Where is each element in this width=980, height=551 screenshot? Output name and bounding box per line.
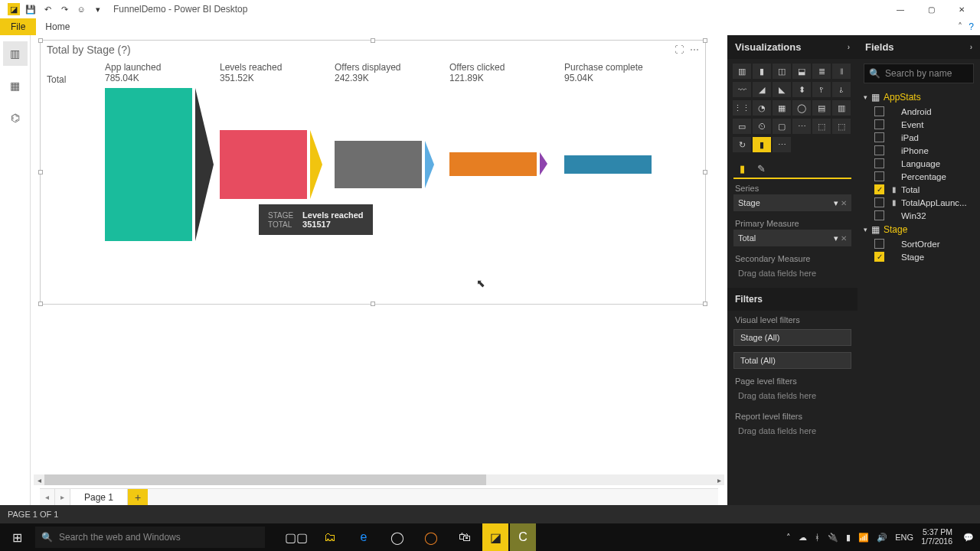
filter-card-stage[interactable]: Stage (All) <box>733 329 851 346</box>
store-icon[interactable]: 🛍 <box>449 523 481 551</box>
field-checkbox[interactable] <box>874 171 884 181</box>
field-sortorder[interactable]: SortOrder <box>861 237 977 250</box>
remove-field-icon[interactable]: ✕ <box>841 234 847 243</box>
network-icon[interactable]: ▮ <box>846 533 851 543</box>
battery-icon[interactable]: 🔌 <box>828 533 838 543</box>
camtasia-icon[interactable]: C <box>510 523 536 551</box>
viz-type-icon[interactable]: 〰 <box>733 82 751 97</box>
field-android[interactable]: Android <box>861 105 977 118</box>
undo-icon[interactable]: ↶ <box>41 3 54 15</box>
home-tab[interactable]: Home <box>36 18 79 35</box>
viz-type-icon[interactable]: ◫ <box>773 64 791 79</box>
field-checkbox[interactable] <box>874 239 884 249</box>
viz-type-icon[interactable]: ⬚ <box>832 119 851 134</box>
viz-type-icon[interactable]: ⬍ <box>792 82 811 97</box>
scroll-left-icon[interactable]: ◂ <box>34 474 44 485</box>
funnel-bar[interactable] <box>449 152 537 176</box>
chevron-right-icon[interactable]: › <box>848 43 850 51</box>
viz-type-icon[interactable]: ⬓ <box>792 64 811 79</box>
format-tab-icon[interactable]: ✎ <box>751 160 772 178</box>
funnel-bar[interactable] <box>335 141 422 188</box>
field-win32[interactable]: Win32 <box>861 209 977 222</box>
redo-icon[interactable]: ↷ <box>58 3 70 15</box>
viz-type-icon[interactable]: ▥ <box>832 100 851 116</box>
expand-icon[interactable]: ▾ <box>864 226 871 233</box>
tab-next-icon[interactable]: ▸ <box>55 489 70 505</box>
onedrive-icon[interactable]: ☁ <box>799 533 807 543</box>
file-tab[interactable]: File <box>0 18 36 35</box>
field-total[interactable]: ✓▮Total <box>861 183 977 196</box>
field-checkbox[interactable] <box>874 119 884 129</box>
field-totalapplaunc-[interactable]: ▮TotalAppLaunc... <box>861 196 977 209</box>
viz-type-icon[interactable]: ⋯ <box>792 119 811 134</box>
minimize-button[interactable]: — <box>885 0 916 18</box>
chevron-down-icon[interactable]: ▾ ✕ <box>834 198 847 208</box>
chrome-icon[interactable]: ◯ <box>381 523 413 551</box>
viz-type-icon[interactable]: ⬚ <box>812 119 831 134</box>
viz-type-icon[interactable]: ◢ <box>753 82 771 97</box>
field-checkbox[interactable] <box>874 210 884 220</box>
report-canvas[interactable]: Total by Stage (?) ⛶ ⋯ Total App launche… <box>31 35 727 505</box>
viz-type-icon[interactable]: ▤ <box>812 100 831 116</box>
volume-icon[interactable]: 🔊 <box>877 533 887 543</box>
filters-header[interactable]: Filters <box>727 288 858 311</box>
viz-type-icon[interactable]: ⫰ <box>832 82 851 97</box>
taskbar-search-input[interactable]: 🔍 Search the web and Windows <box>35 527 265 548</box>
field-checkbox[interactable] <box>874 158 884 168</box>
viz-type-icon[interactable]: ▮ <box>753 64 771 79</box>
field-stage[interactable]: ✓Stage <box>861 250 977 263</box>
funnel-visual-frame[interactable]: Total by Stage (?) ⛶ ⋯ Total App launche… <box>40 40 706 305</box>
firefox-icon[interactable]: ◯ <box>415 523 447 551</box>
viz-type-icon[interactable]: ▥ <box>733 64 751 79</box>
file-explorer-icon[interactable]: 🗂 <box>314 523 346 551</box>
field-event[interactable]: Event <box>861 118 977 131</box>
tab-prev-icon[interactable]: ◂ <box>40 489 55 505</box>
taskbar-clock[interactable]: 5:37 PM 1/7/2016 <box>921 528 956 546</box>
chevron-right-icon[interactable]: › <box>970 43 972 51</box>
field-checkbox[interactable]: ✓ <box>874 184 884 194</box>
tab-page-1[interactable]: Page 1 <box>70 489 128 505</box>
task-view-icon[interactable]: ▢▢ <box>280 523 312 551</box>
table-appstats[interactable]: ▾▦AppStats <box>861 90 977 105</box>
resize-handle[interactable] <box>703 302 707 306</box>
data-view-button[interactable]: ▦ <box>3 73 28 98</box>
resize-handle[interactable] <box>703 38 707 43</box>
save-icon[interactable]: 💾 <box>24 3 37 15</box>
funnel-bar[interactable] <box>564 155 652 174</box>
funnel-bar[interactable] <box>220 130 307 199</box>
viz-type-icon[interactable]: ⫯ <box>812 82 831 97</box>
primary-measure-well[interactable]: Total ▾ ✕ <box>733 230 851 246</box>
ie-icon[interactable]: e <box>348 523 380 551</box>
action-center-icon[interactable]: 💬 <box>963 533 974 543</box>
field-checkbox[interactable] <box>874 145 884 155</box>
scroll-thumb[interactable] <box>44 474 486 485</box>
qat-dropdown-icon[interactable]: ▾ <box>92 3 104 15</box>
bluetooth-icon[interactable]: ᚼ <box>815 533 820 542</box>
field-percentage[interactable]: Percentage <box>861 170 977 183</box>
tray-up-icon[interactable]: ˄ <box>786 533 791 543</box>
viz-type-icon[interactable]: ◔ <box>753 100 771 116</box>
viz-type-icon[interactable]: ≣ <box>812 64 831 79</box>
funnel-bar[interactable] <box>105 88 192 241</box>
viz-type-icon[interactable]: ⫴ <box>832 64 851 79</box>
maximize-button[interactable]: ▢ <box>916 0 946 18</box>
field-ipad[interactable]: iPad <box>861 131 977 144</box>
resize-handle[interactable] <box>38 38 43 43</box>
model-view-button[interactable]: ⌬ <box>3 106 28 130</box>
fields-header[interactable]: Fields › <box>858 35 980 59</box>
fields-tab-icon[interactable]: ▮ <box>733 160 751 178</box>
viz-type-more-icon[interactable]: ⋯ <box>773 137 791 152</box>
field-checkbox[interactable] <box>874 197 884 207</box>
field-checkbox[interactable] <box>874 132 884 142</box>
viz-type-icon[interactable]: ↻ <box>733 137 751 152</box>
smiley-icon[interactable]: ☺ <box>75 3 87 15</box>
resize-handle[interactable] <box>38 170 43 174</box>
ribbon-collapse-icon[interactable]: ˄ <box>958 21 962 32</box>
series-well[interactable]: Stage ▾ ✕ <box>733 194 851 211</box>
report-view-button[interactable]: ▥ <box>3 41 28 66</box>
chevron-down-icon[interactable]: ▾ ✕ <box>834 233 847 243</box>
viz-type-icon[interactable]: ⋮⋮ <box>733 100 751 116</box>
viz-type-icon[interactable]: ▭ <box>733 119 751 134</box>
field-language[interactable]: Language <box>861 157 977 170</box>
focus-mode-icon[interactable]: ⛶ <box>675 44 684 55</box>
